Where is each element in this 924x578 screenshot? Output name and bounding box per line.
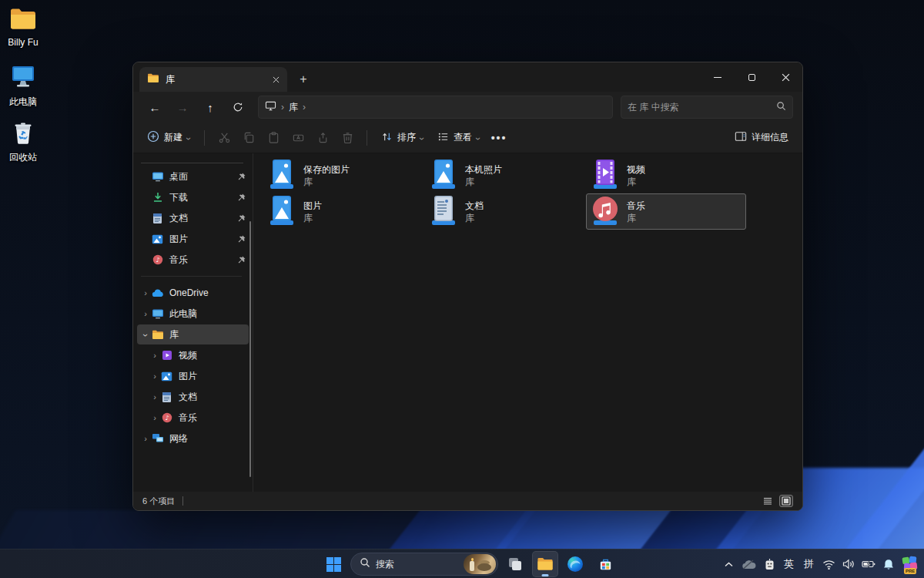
close-button[interactable]: [768, 62, 802, 92]
sidebar-item-this-pc[interactable]: › 此电脑: [137, 304, 249, 324]
view-button[interactable]: 查看 ›: [431, 126, 486, 150]
sidebar-item-downloads[interactable]: 下载: [137, 187, 249, 207]
navigation-bar: ← → ↑ › 库 ›: [133, 92, 802, 123]
sidebar-item-pictures-library[interactable]: › 图片: [137, 366, 249, 386]
chevron-down-icon: ›: [473, 137, 484, 140]
music-icon: ♪: [160, 412, 173, 425]
desktop-icon-this-pc[interactable]: 此电脑: [0, 65, 52, 109]
chevron-right-icon[interactable]: ›: [149, 413, 160, 422]
new-tab-button[interactable]: +: [293, 69, 313, 89]
title-bar[interactable]: 库 +: [133, 62, 802, 92]
sidebar-item-music-library[interactable]: › ♪ 音乐: [137, 408, 249, 428]
microsoft-store-button[interactable]: [592, 551, 618, 577]
chevron-right-icon[interactable]: ›: [149, 351, 160, 360]
forward-button[interactable]: →: [170, 96, 195, 119]
ime-language-indicator[interactable]: 英: [782, 555, 795, 573]
edge-browser-button[interactable]: [562, 551, 588, 577]
refresh-button[interactable]: [226, 96, 250, 119]
chevron-down-icon: ›: [183, 137, 194, 140]
this-pc-icon[interactable]: [265, 100, 276, 114]
library-tile-videos[interactable]: 视频库: [586, 157, 746, 193]
copy-button[interactable]: [237, 126, 260, 150]
notification-bell-icon[interactable]: [882, 555, 895, 573]
battery-charging-icon[interactable]: [862, 555, 875, 573]
sidebar-item-videos-library[interactable]: › 视频: [137, 345, 249, 365]
delete-button[interactable]: [336, 126, 359, 150]
chevron-right-icon[interactable]: ›: [140, 309, 151, 318]
paste-button[interactable]: [262, 126, 285, 150]
sidebar-item-network[interactable]: › 网络: [137, 428, 249, 449]
chevron-right-icon[interactable]: ›: [140, 434, 151, 443]
minimize-button[interactable]: [701, 62, 735, 92]
pin-icon: [238, 193, 246, 201]
desktop-wallpaper: Billy Fu 此电脑 回收站 库 +: [0, 0, 924, 578]
share-button[interactable]: [311, 126, 334, 150]
chevron-right-icon[interactable]: ›: [149, 392, 160, 402]
taskbar-search[interactable]: 搜索: [350, 553, 498, 576]
tab-close-icon[interactable]: [273, 72, 280, 86]
library-tile-documents[interactable]: 文档库: [424, 193, 584, 230]
file-explorer-window: 库 + ← → ↑: [132, 62, 803, 511]
task-view-button[interactable]: [502, 551, 528, 577]
music-library-icon: [591, 194, 619, 230]
documents-icon: [160, 391, 173, 404]
onedrive-paused-icon[interactable]: [742, 555, 756, 573]
explorer-tab[interactable]: 库: [139, 67, 287, 92]
search-box[interactable]: [621, 96, 793, 119]
cut-button[interactable]: [213, 126, 236, 150]
wifi-icon[interactable]: [822, 555, 835, 573]
documents-icon: [151, 212, 164, 225]
insider-preview-app-icon[interactable]: PRE: [902, 556, 918, 572]
up-button[interactable]: ↑: [198, 96, 223, 119]
sort-button[interactable]: 排序 ›: [375, 126, 430, 150]
view-list-icon: [437, 131, 449, 145]
sidebar-item-documents[interactable]: 文档: [137, 208, 249, 228]
library-tile-pictures[interactable]: 图片库: [263, 193, 423, 230]
large-icons-view-button[interactable]: [779, 495, 793, 507]
chevron-down-icon: ›: [417, 137, 427, 140]
library-tile-music[interactable]: 音乐库: [586, 193, 746, 230]
library-tile-saved-pictures[interactable]: 保存的图片库: [263, 157, 423, 193]
chevron-right-icon[interactable]: ›: [140, 288, 151, 297]
chevron-expanded-icon[interactable]: ›: [140, 329, 151, 340]
sidebar-item-pictures[interactable]: 图片: [137, 229, 249, 249]
breadcrumb[interactable]: › 库 ›: [258, 96, 613, 119]
sidebar-item-desktop[interactable]: 桌面: [137, 166, 249, 187]
desktop-icon-user-folder[interactable]: Billy Fu: [0, 8, 52, 48]
sort-arrows-icon: [381, 131, 393, 145]
search-icon[interactable]: [776, 100, 786, 114]
device-app-icon[interactable]: [763, 555, 775, 573]
sidebar-item-onedrive[interactable]: › OneDrive: [137, 283, 249, 303]
library-tile-camera-roll[interactable]: 本机照片库: [424, 157, 584, 193]
sidebar-item-music[interactable]: ♪ 音乐: [137, 250, 249, 270]
this-pc-icon: [151, 307, 164, 321]
chevron-right-icon[interactable]: ›: [149, 371, 160, 381]
maximize-button[interactable]: [735, 62, 768, 92]
files-pane[interactable]: 保存的图片库 本机照片库 视频库: [253, 153, 802, 492]
details-view-button[interactable]: [761, 495, 775, 507]
desktop-icon-recycle-bin[interactable]: 回收站: [0, 120, 52, 164]
details-pane-button[interactable]: 详细信息: [728, 126, 795, 149]
svg-text:♪: ♪: [165, 415, 169, 422]
rename-button[interactable]: [286, 126, 310, 150]
breadcrumb-item[interactable]: 库: [289, 101, 298, 114]
more-button[interactable]: •••: [487, 126, 511, 150]
sidebar-item-libraries[interactable]: › 库: [137, 324, 249, 344]
taskbar: 搜索 英: [0, 549, 924, 578]
search-highlight-image[interactable]: [464, 554, 496, 574]
start-button[interactable]: [320, 551, 346, 577]
details-button-label: 详细信息: [752, 131, 788, 144]
music-icon: ♪: [151, 254, 164, 267]
file-explorer-button[interactable]: [532, 551, 558, 577]
back-button[interactable]: ←: [142, 96, 167, 119]
new-button[interactable]: 新建 ›: [141, 126, 196, 150]
volume-icon[interactable]: [842, 555, 855, 573]
preview-badge: PRE: [904, 568, 916, 574]
pictures-library-icon: [268, 158, 296, 193]
ime-mode-indicator[interactable]: 拼: [802, 555, 815, 573]
sidebar-scrollbar[interactable]: [249, 221, 251, 477]
sidebar-item-documents-library[interactable]: › 文档: [137, 387, 249, 407]
tab-title: 库: [166, 73, 266, 86]
tray-chevron-up-icon[interactable]: [722, 555, 735, 573]
search-input[interactable]: [628, 102, 776, 113]
